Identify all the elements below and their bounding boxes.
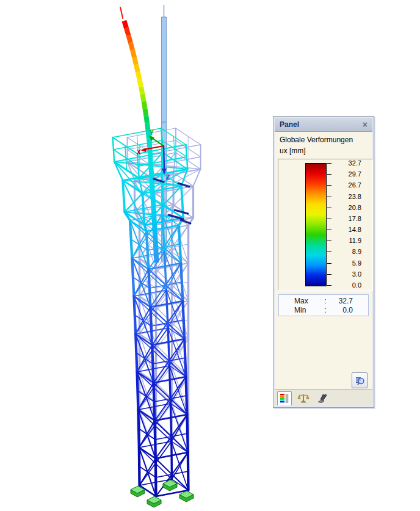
tab-color-spectrum[interactable] [277,391,292,405]
legend-tick [327,241,331,241]
axis-label-z: Z [166,174,170,181]
panel-body: Globale Verformungen ux [mm] 32.729.726.… [275,132,372,390]
result-type-label: Globale Verformungen [280,136,353,144]
legend-value: 26.7 [332,181,361,189]
legend-value: 0.0 [332,281,361,289]
axis-label-y: Y [150,129,154,136]
panel-options-button[interactable] [352,372,368,388]
legend-value: 11.9 [332,237,361,244]
axis-label-x: X [137,149,141,156]
factors-balance-icon [297,393,310,404]
min-row: Min:0.0 [279,306,368,314]
magnifier-lines-icon [354,375,365,386]
results-panel: Panel × Globale Verformungen ux [mm] 32.… [273,116,374,408]
max-row: Max:32.7 [279,297,368,305]
legend-value: 3.0 [332,270,361,278]
legend-value: 5.9 [332,259,361,267]
legend-tick [327,219,331,219]
legend-tick [327,185,331,186]
legend-value: 8.9 [332,248,361,255]
legend-tick [327,263,331,264]
legend-value: 14.8 [332,226,361,233]
result-unit-label: ux [mm] [280,147,306,155]
legend-value: 29.7 [332,170,361,178]
panel-tab-bar [275,389,372,406]
legend-value: 17.8 [332,215,361,222]
legend-tick [327,274,331,275]
legend-tick [327,230,331,230]
filter-stamp-icon [317,393,328,404]
legend-tick [327,163,331,164]
close-icon[interactable]: × [361,120,369,129]
maxmin-box: Max:32.7 Min:0.0 [278,294,369,316]
tab-filter[interactable] [315,391,330,405]
color-scale-box: 32.729.726.723.820.817.814.811.98.95.93.… [278,159,373,291]
tab-factors[interactable] [296,391,311,405]
legend-tick [327,174,331,175]
legend-value: 20.8 [332,204,361,211]
legend-value: 32.7 [332,159,361,167]
color-scale-gradient[interactable] [305,163,327,286]
color-spectrum-icon [280,393,289,404]
panel-titlebar[interactable]: Panel × [275,118,372,132]
legend-tick [327,197,331,197]
legend-tick [327,252,331,252]
legend-value: 23.8 [332,193,361,200]
panel-title: Panel [280,120,361,129]
legend-tick [327,285,331,286]
legend-tick [327,208,331,208]
deformed-structure [113,128,190,496]
